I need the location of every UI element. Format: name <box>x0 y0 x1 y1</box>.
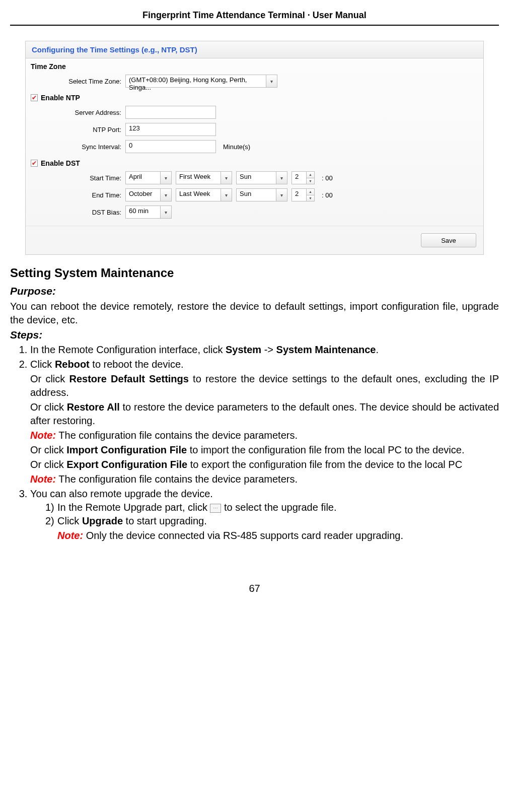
end-day-select[interactable]: Sun <box>236 188 276 201</box>
spinner-up-icon[interactable]: ▲ <box>307 172 314 178</box>
timezone-section: Time Zone <box>26 58 483 73</box>
sync-suffix: Minute(s) <box>223 143 250 151</box>
chevron-down-icon[interactable]: ▾ <box>266 75 277 88</box>
chevron-down-icon[interactable]: ▾ <box>161 171 172 184</box>
port-label: NTP Port: <box>31 126 121 133</box>
page-number: 67 <box>10 583 499 594</box>
ntp-checkbox[interactable]: ✔ <box>31 94 38 101</box>
end-month-select[interactable]: October <box>125 188 161 201</box>
end-hour-spinner[interactable]: ▲▼ <box>307 188 315 201</box>
start-label: Start Time: <box>31 174 121 182</box>
save-button[interactable]: Save <box>421 233 476 247</box>
step-1: In the Remote Configuration interface, c… <box>30 343 499 357</box>
spinner-up-icon[interactable]: ▲ <box>307 189 314 195</box>
tz-label: Select Time Zone: <box>31 78 121 85</box>
end-hour-input[interactable]: 2 <box>292 188 307 201</box>
settings-panel-screenshot: Configuring the Time Settings (e.g., NTP… <box>25 41 484 255</box>
substep-2: 2)Click Upgrade to start upgrading. Note… <box>45 514 499 543</box>
dst-section: ✔ Enable DST <box>26 155 483 169</box>
substep-1: 1)In the Remote Upgrade part, click ⋯ to… <box>45 501 499 514</box>
start-week-select[interactable]: First Week <box>176 171 221 184</box>
server-input[interactable] <box>125 106 216 119</box>
spinner-down-icon[interactable]: ▼ <box>307 195 314 201</box>
chevron-down-icon[interactable]: ▾ <box>161 206 172 219</box>
start-month-select[interactable]: April <box>125 171 161 184</box>
bias-select[interactable]: 60 min <box>125 206 161 219</box>
steps-list: In the Remote Configuration interface, c… <box>10 343 499 543</box>
bias-label: DST Bias: <box>31 209 121 216</box>
substeps-list: 1)In the Remote Upgrade part, click ⋯ to… <box>30 501 499 543</box>
panel-title: Configuring the Time Settings (e.g., NTP… <box>26 41 483 58</box>
chevron-down-icon[interactable]: ▾ <box>221 171 232 184</box>
page-header: Fingerprint Time Attendance Terminal · U… <box>10 10 499 26</box>
dst-label: Enable DST <box>41 159 80 167</box>
chevron-down-icon[interactable]: ▾ <box>161 188 172 201</box>
end-label: End Time: <box>31 191 121 199</box>
section-heading: Setting System Maintenance <box>10 265 499 281</box>
end-minute: : 00 <box>322 191 333 199</box>
start-day-select[interactable]: Sun <box>236 171 276 184</box>
end-week-select[interactable]: Last Week <box>176 188 221 201</box>
server-label: Server Address: <box>31 109 121 116</box>
step-3: You can also remote upgrade the device. … <box>30 487 499 543</box>
dst-checkbox[interactable]: ✔ <box>31 160 38 167</box>
purpose-text: You can reboot the device remotely, rest… <box>10 300 499 327</box>
ntp-section: ✔ Enable NTP <box>26 90 483 104</box>
step-2: Click Reboot to reboot the device. Or cl… <box>30 358 499 486</box>
browse-icon: ⋯ <box>210 504 221 513</box>
chevron-down-icon[interactable]: ▾ <box>276 188 287 201</box>
port-input[interactable]: 123 <box>125 123 216 136</box>
chevron-down-icon[interactable]: ▾ <box>221 188 232 201</box>
spinner-down-icon[interactable]: ▼ <box>307 178 314 184</box>
start-hour-input[interactable]: 2 <box>292 171 307 184</box>
start-minute: : 00 <box>322 174 333 182</box>
tz-select[interactable]: (GMT+08:00) Beijing, Hong Kong, Perth, S… <box>125 75 266 88</box>
sync-label: Sync Interval: <box>31 143 121 151</box>
start-hour-spinner[interactable]: ▲▼ <box>307 171 315 184</box>
steps-label: Steps: <box>10 328 499 342</box>
chevron-down-icon[interactable]: ▾ <box>276 171 287 184</box>
ntp-label: Enable NTP <box>41 94 80 102</box>
sync-input[interactable]: 0 <box>125 140 216 153</box>
purpose-label: Purpose: <box>10 284 499 298</box>
document-body: Setting System Maintenance Purpose: You … <box>10 265 499 543</box>
